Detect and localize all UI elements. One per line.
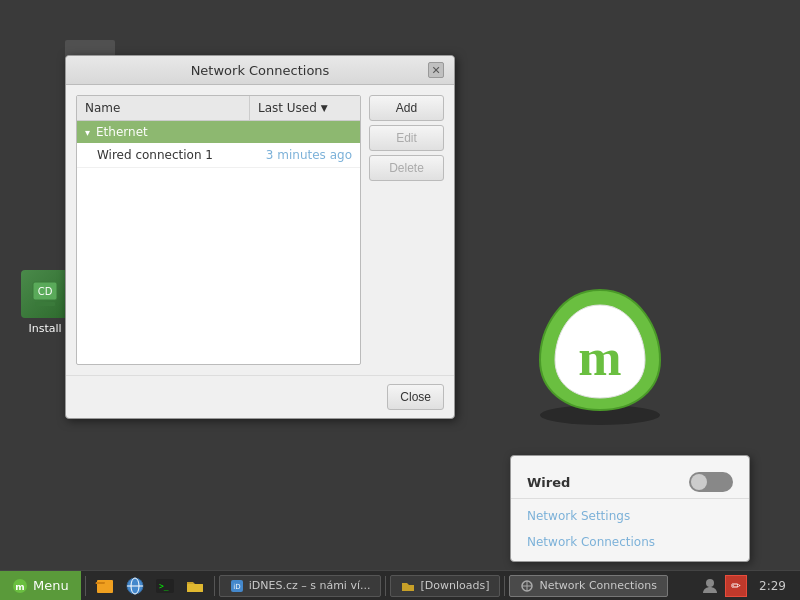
close-button[interactable]: Close: [387, 384, 444, 410]
taskbar-idnes-button[interactable]: iD iDNES.cz – s námi ví...: [219, 575, 382, 597]
mint-taskbar-icon: m: [12, 578, 28, 594]
svg-point-20: [706, 579, 714, 587]
wired-toggle[interactable]: [689, 472, 733, 492]
terminal-icon: >_: [155, 576, 175, 596]
ethernet-group-label: Ethernet: [96, 125, 148, 139]
connection-item-0[interactable]: Wired connection 1 3 minutes ago: [77, 143, 360, 168]
svg-rect-8: [95, 582, 104, 584]
taskbar-user-icon[interactable]: [699, 575, 721, 597]
network-popup: Wired Network Settings Network Connectio…: [510, 455, 750, 562]
dialog-close-button[interactable]: ✕: [428, 62, 444, 78]
user-icon: [701, 577, 719, 595]
delete-button[interactable]: Delete: [369, 155, 444, 181]
network-connections-dialog: Network Connections ✕ Name Last Used ▼ ▾…: [65, 55, 455, 419]
connection-time-0: 3 minutes ago: [266, 148, 352, 162]
network-tray-button[interactable]: ✏: [725, 575, 747, 597]
dialog-footer: Close: [66, 375, 454, 418]
taskbar-right: ✏ 2:29: [699, 575, 800, 597]
network-window-icon: [520, 579, 534, 593]
edit-button[interactable]: Edit: [369, 125, 444, 151]
install-label: Install: [28, 322, 61, 335]
svg-rect-14: [187, 584, 203, 592]
dialog-title: Network Connections: [92, 63, 428, 78]
svg-rect-1: [35, 302, 55, 306]
folder-window-icon: [401, 579, 415, 593]
taskbar-files-icon[interactable]: [92, 573, 118, 599]
taskbar-clock: 2:29: [751, 579, 794, 593]
browser-window-icon: iD: [230, 579, 244, 593]
mint-logo: m: [520, 270, 680, 430]
taskbar-sep-3: [385, 576, 386, 596]
files-icon: [95, 576, 115, 596]
toggle-knob: [691, 474, 707, 490]
connection-list: Name Last Used ▼ ▾ Ethernet Wired connec…: [76, 95, 361, 365]
network-connections-item[interactable]: Network Connections: [511, 529, 749, 555]
add-button[interactable]: Add: [369, 95, 444, 121]
dialog-titlebar: Network Connections ✕: [66, 56, 454, 85]
network-popup-wired-row: Wired: [511, 466, 749, 499]
connection-name-0: Wired connection 1: [97, 148, 266, 162]
network-edit-icon: ✏: [731, 579, 741, 593]
ethernet-group-header[interactable]: ▾ Ethernet: [77, 121, 360, 143]
list-header-name: Name: [77, 96, 250, 120]
network-settings-item[interactable]: Network Settings: [511, 503, 749, 529]
start-menu-button[interactable]: m Menu: [0, 571, 81, 600]
taskbar-downloads-button[interactable]: [Downloads]: [390, 575, 500, 597]
mint-logo-svg: m: [520, 270, 680, 430]
list-header: Name Last Used ▼: [77, 96, 360, 121]
taskbar-terminal-icon[interactable]: >_: [152, 573, 178, 599]
taskbar-sep-4: [504, 576, 505, 596]
svg-rect-7: [97, 580, 113, 593]
taskbar-netconn-button[interactable]: Network Connections: [509, 575, 667, 597]
browser-icon: [125, 576, 145, 596]
svg-text:iD: iD: [233, 583, 240, 591]
svg-text:>_: >_: [159, 582, 169, 591]
lastused-dropdown-arrow: ▼: [321, 103, 328, 113]
svg-text:m: m: [578, 329, 621, 386]
folder-icon: [185, 576, 205, 596]
taskbar-folder-icon[interactable]: [182, 573, 208, 599]
taskbar-sep-1: [85, 576, 86, 596]
taskbar: m Menu >_: [0, 570, 800, 600]
wired-label: Wired: [527, 475, 570, 490]
ethernet-collapse-arrow: ▾: [85, 127, 90, 138]
desktop: CD Install m Network Connections ✕: [0, 0, 800, 600]
install-icon: CD: [29, 278, 61, 310]
svg-text:CD: CD: [38, 286, 53, 297]
list-header-lastused[interactable]: Last Used ▼: [250, 96, 360, 120]
svg-text:m: m: [15, 582, 24, 592]
taskbar-browser-icon[interactable]: [122, 573, 148, 599]
dialog-content: Name Last Used ▼ ▾ Ethernet Wired connec…: [66, 85, 454, 375]
taskbar-sep-2: [214, 576, 215, 596]
action-buttons: Add Edit Delete: [369, 95, 444, 365]
